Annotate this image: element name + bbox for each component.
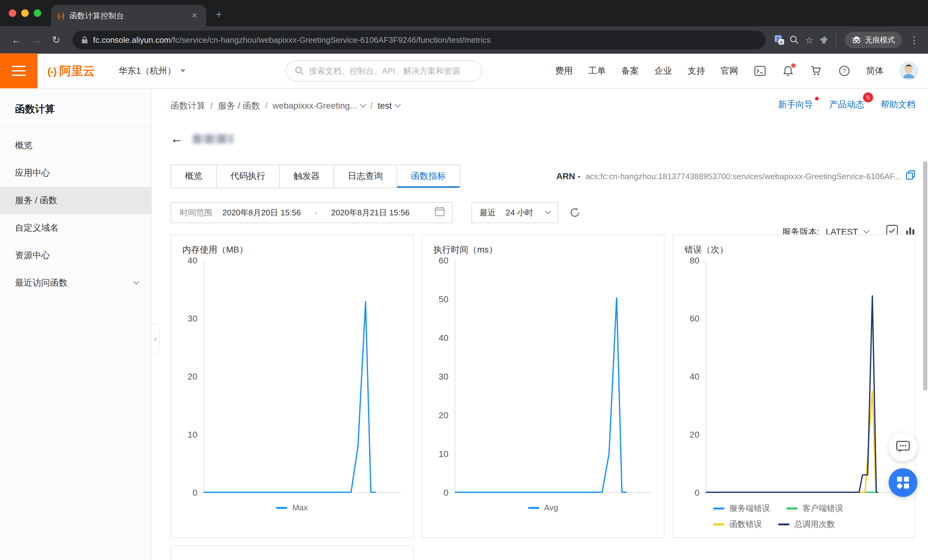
arn-value: acs:fc:cn-hangzhou:1813774388953700:serv… [586, 172, 901, 182]
legend-item[interactable]: 总调用次数 [778, 519, 835, 530]
back-button[interactable]: ← [8, 31, 25, 49]
chat-bubble-icon [896, 441, 910, 453]
avatar[interactable] [899, 61, 918, 80]
legend-item[interactable]: 函数错误 [713, 519, 762, 530]
nav-billing[interactable]: 费用 [555, 65, 573, 77]
nav-icp[interactable]: 备案 [621, 65, 639, 77]
function-name-redacted [193, 134, 233, 143]
product-news-link[interactable]: 产品动态5 [829, 99, 864, 110]
page-scrollbar-thumb[interactable] [923, 161, 927, 391]
breadcrumb-item[interactable]: 函数计算 [171, 100, 206, 112]
cloudshell-icon[interactable] [754, 65, 766, 77]
sidebar-item-app-center[interactable]: 应用中心 [0, 159, 151, 187]
forward-button[interactable]: → [27, 31, 45, 49]
guide-link[interactable]: 新手向导 [778, 99, 813, 110]
sidebar-item-label: 资源中心 [15, 242, 50, 269]
breadcrumb-item[interactable]: 服务 / 函数 [218, 100, 260, 112]
tab-function-metrics[interactable]: 函数指标 [397, 165, 459, 188]
translate-icon[interactable]: 文A [773, 34, 786, 46]
sidebar-item-custom-domain[interactable]: 自定义域名 [0, 214, 151, 242]
toolbar-divider [836, 34, 836, 46]
help-doc-link[interactable]: 帮助文档 [881, 99, 916, 110]
close-window-button[interactable] [9, 9, 16, 17]
legend-label: 总调用次数 [794, 519, 835, 530]
chevron-down-icon[interactable] [863, 227, 870, 234]
tab-code-exec[interactable]: 代码执行 [217, 165, 280, 188]
bookmark-star-icon[interactable]: ☆ [803, 34, 816, 46]
legend-dash-icon [276, 507, 287, 509]
console-header: (-) 阿里云 华东1（杭州） 费用 工单 备案 企业 支持 官网 [0, 54, 928, 89]
refresh-icon[interactable] [569, 207, 580, 218]
notifications-bell-icon[interactable] [782, 65, 794, 77]
sidebar-item-label: 最近访问函数 [15, 269, 67, 296]
breadcrumb-item-service[interactable]: webapixxx-Greeting... [273, 101, 365, 111]
guide-label: 新手向导 [778, 99, 813, 109]
breadcrumb-separator: / [265, 101, 268, 111]
caret-down-icon [180, 69, 185, 72]
legend-item[interactable]: 服务端错误 [713, 503, 770, 514]
browser-toolbar: ← → ↻ fc.console.aliyun.com/fc/service/c… [0, 26, 928, 54]
tab-overview[interactable]: 概览 [171, 165, 217, 188]
legend-dash-icon [713, 508, 724, 510]
copy-arn-icon[interactable] [905, 170, 916, 183]
url-domain: fc.console.aliyun.com [93, 35, 171, 45]
hamburger-menu-button[interactable] [0, 53, 37, 89]
legend-item[interactable]: Max [276, 503, 308, 513]
help-icon[interactable]: ? [838, 65, 850, 77]
sidebar-item-overview[interactable]: 概览 [0, 132, 151, 159]
time-start[interactable]: 2020年8月20日 15:56 [222, 207, 301, 218]
line-chart-svg [204, 261, 401, 493]
tab-log-query[interactable]: 日志查询 [334, 165, 397, 188]
url-text[interactable]: fc.console.aliyun.com/fc/service/cn-hang… [93, 35, 490, 45]
incognito-label: 无痕模式 [865, 35, 895, 45]
sidebar-item-recent-functions[interactable]: 最近访问函数 [0, 269, 151, 296]
main-content: 函数计算 / 服务 / 函数 / webapixxx-Greeting... /… [152, 89, 928, 560]
console-search[interactable] [285, 60, 482, 81]
nav-tickets[interactable]: 工单 [588, 65, 606, 77]
widgets-button[interactable] [889, 468, 917, 497]
y-tick-label: 10 [439, 449, 449, 459]
region-selector[interactable]: 华东1（杭州） [119, 65, 185, 77]
chart-card-partial [171, 545, 414, 560]
sidebar-item-services-functions[interactable]: 服务 / 函数 [0, 187, 151, 214]
browser-tab[interactable]: (-) 函数计算控制台 ✕ [51, 5, 206, 26]
close-tab-icon[interactable]: ✕ [189, 10, 200, 21]
time-end[interactable]: 2020年8月21日 15:56 [331, 207, 410, 218]
minimize-window-button[interactable] [21, 9, 29, 17]
quick-range-select[interactable]: 最近 24 小时 [472, 202, 558, 223]
time-range-picker[interactable]: 时间范围 2020年8月20日 15:56 - 2020年8月21日 15:56 [171, 202, 453, 223]
notification-dot [791, 63, 795, 68]
chevron-down-icon [545, 208, 551, 214]
zoom-window-button[interactable] [34, 9, 41, 17]
breadcrumb-item-function[interactable]: test [377, 101, 400, 111]
nav-enterprise[interactable]: 企业 [655, 65, 672, 77]
tab-triggers[interactable]: 触发器 [280, 165, 334, 188]
legend-dash-icon [528, 507, 539, 509]
reload-button[interactable]: ↻ [47, 31, 65, 49]
new-tab-button[interactable]: ＋ [206, 5, 232, 26]
sidebar-collapse-handle[interactable]: ‹ [152, 323, 160, 355]
breadcrumb-label: webapixxx-Greeting... [273, 101, 357, 111]
back-arrow-icon[interactable]: ← [171, 132, 183, 146]
chart-card-duration: 执行时间（ms） 0102030405060 Avg [421, 234, 664, 538]
feedback-chat-button[interactable] [889, 433, 917, 461]
y-tick-label: 80 [690, 256, 699, 266]
aliyun-logo[interactable]: (-) 阿里云 [47, 63, 95, 79]
nav-official-site[interactable]: 官网 [720, 65, 738, 77]
url-bar[interactable]: fc.console.aliyun.com/fc/service/cn-hang… [72, 31, 766, 49]
sidebar-item-resource-center[interactable]: 资源中心 [0, 242, 151, 269]
extension-icon[interactable] [818, 34, 830, 46]
legend-item[interactable]: Avg [528, 503, 558, 513]
zoom-icon[interactable] [788, 34, 801, 46]
nav-support[interactable]: 支持 [688, 65, 705, 77]
calendar-icon[interactable] [435, 206, 445, 219]
cart-icon[interactable] [810, 65, 823, 77]
search-input[interactable] [309, 66, 473, 76]
y-tick-label: 0 [443, 488, 449, 498]
legend-item[interactable]: 客户端错误 [786, 503, 843, 514]
time-range-label: 时间范围 [171, 207, 222, 218]
line-chart-svg [455, 261, 653, 493]
menu-icon[interactable]: ⋮ [908, 34, 920, 46]
y-tick-label: 10 [188, 430, 197, 440]
language-toggle[interactable]: 简体 [866, 65, 884, 77]
